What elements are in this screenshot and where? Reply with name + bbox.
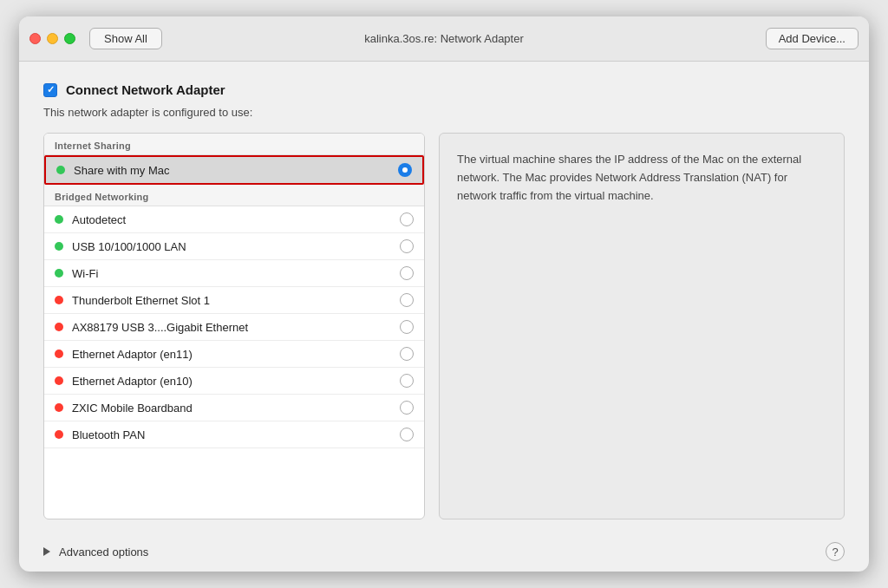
status-dot-red [55,430,63,439]
item-label: Share with my Mac [74,164,170,177]
advanced-options-label: Advanced options [59,546,148,559]
status-dot-green [55,269,63,278]
list-item-thunderbolt[interactable]: Thunderbolt Ethernet Slot 1 [44,287,424,314]
radio-unselected[interactable] [400,347,414,361]
list-item-ax88179[interactable]: AX88179 USB 3....Gigabit Ethernet [44,314,424,341]
radio-unselected[interactable] [400,428,414,441]
section-header-bridged: Bridged Networking [44,185,424,206]
item-label: Ethernet Adaptor (en11) [72,348,193,361]
list-item-bluetooth-pan[interactable]: Bluetooth PAN [44,421,424,448]
description-text: The virtual machine shares the IP addres… [457,153,801,202]
close-button[interactable] [29,33,41,44]
add-device-button[interactable]: Add Device... [766,28,859,49]
list-item-share-with-mac[interactable]: Share with my Mac [44,155,424,185]
window-title: kalinka.3os.re: Network Adapter [364,32,524,45]
list-item-wifi[interactable]: Wi-Fi [44,260,424,287]
radio-unselected[interactable] [400,293,414,307]
item-label: Thunderbolt Ethernet Slot 1 [72,294,210,307]
list-item-ethernet-en10[interactable]: Ethernet Adaptor (en10) [44,368,424,395]
radio-unselected[interactable] [400,212,414,226]
advanced-options-toggle[interactable]: Advanced options [43,546,148,559]
radio-unselected[interactable] [400,401,414,415]
status-dot-red [55,323,63,331]
show-all-button[interactable]: Show All [89,28,162,49]
titlebar: Show All kalinka.3os.re: Network Adapter… [19,16,869,62]
minimize-button[interactable] [47,33,58,44]
radio-unselected[interactable] [400,374,414,388]
item-label: Bluetooth PAN [72,428,145,441]
radio-unselected[interactable] [400,320,414,334]
status-dot-red [55,296,63,304]
network-list[interactable]: Internet Sharing Share with my Mac Bridg… [43,133,425,519]
item-label: Wi-Fi [72,267,98,280]
list-item-ethernet-en11[interactable]: Ethernet Adaptor (en11) [44,341,424,368]
status-dot-green [55,242,63,251]
radio-unselected[interactable] [400,266,414,280]
list-item-autodetect[interactable]: Autodetect [44,206,424,233]
item-label: Autodetect [72,213,126,226]
main-panel: Internet Sharing Share with my Mac Bridg… [43,133,845,519]
triangle-icon [43,547,50,556]
list-item-usb-lan[interactable]: USB 10/100/1000 LAN [44,233,424,260]
connect-checkbox[interactable] [43,83,57,97]
item-label: AX88179 USB 3....Gigabit Ethernet [72,321,248,334]
main-window: Show All kalinka.3os.re: Network Adapter… [19,16,869,572]
section-header-internet-sharing: Internet Sharing [44,134,424,155]
status-dot-red [55,350,63,358]
status-dot-red [55,376,63,385]
maximize-button[interactable] [64,33,75,44]
status-dot-green [55,215,63,224]
content-area: Connect Network Adapter This network ada… [19,62,869,533]
list-item-zxic[interactable]: ZXIC Mobile Boardband [44,395,424,421]
item-label: Ethernet Adaptor (en10) [72,375,193,388]
help-button[interactable]: ? [826,542,845,561]
bottom-bar: Advanced options ? [19,533,869,572]
description-panel: The virtual machine shares the IP addres… [439,133,845,519]
help-icon: ? [832,546,838,559]
radio-selected[interactable] [398,163,412,177]
item-label: ZXIC Mobile Boardband [72,402,193,415]
radio-unselected[interactable] [400,239,414,253]
connect-row: Connect Network Adapter [43,82,845,97]
subtitle: This network adapter is configured to us… [43,106,845,119]
status-dot-green [56,166,65,174]
status-dot-red [55,403,63,412]
item-label: USB 10/100/1000 LAN [72,240,186,253]
connect-title: Connect Network Adapter [66,82,225,97]
traffic-lights [29,33,75,44]
